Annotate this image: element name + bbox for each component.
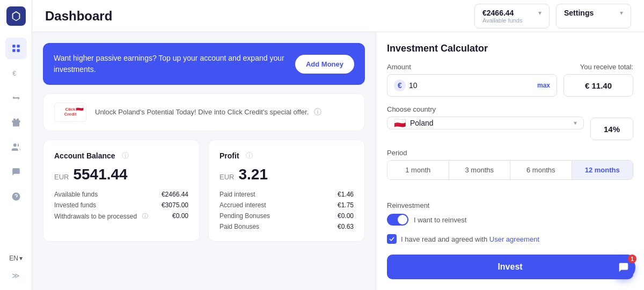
svg-rect-0 [12,45,15,47]
svg-rect-2 [12,49,15,52]
period-tab-3months[interactable]: 3 months [449,161,511,179]
user-agreement-link[interactable]: User agreement [489,235,539,243]
language-toggle[interactable]: EN ▾ [7,252,25,264]
reinvestment-section: Reinvestment I want to reinvest [387,201,633,226]
profit-info-icon: ⓘ [246,151,253,161]
period-tab-6months[interactable]: 6 months [510,161,572,179]
svg-text:€: € [12,70,16,77]
cards-row: Account Balance ⓘ EUR 5541.44 Available … [43,140,365,242]
agreement-text: I have read and agreed with User agreeme… [401,235,539,243]
settings-button[interactable]: Settings ▾ [556,4,631,28]
country-flag: 🇵🇱 [394,117,406,129]
table-row: Withdrawals to be processed ⓘ €0.00 [54,212,188,220]
country-group: Choose country 🇵🇱 Poland ▾ [387,105,584,129]
table-row: Accrued interest €1.75 [219,201,354,209]
chat-bubble[interactable]: 1 [612,256,635,279]
invest-button[interactable]: Invest [387,255,633,279]
funds-chevron-icon: ▾ [538,9,541,17]
reinvest-label: I want to reinvest [414,216,466,224]
period-tabs: 1 month 3 months 6 months 12 months [387,160,633,180]
sidebar-item-transfer[interactable] [5,87,27,108]
body-layout: Want higher passive earnings? Top up you… [32,32,644,290]
click-credit-logo: ClickCredit 🇵🇱 [54,103,86,122]
euro-icon: € [394,79,406,91]
toggle-knob [398,215,407,224]
promo-banner: Want higher passive earnings? Top up you… [43,43,365,85]
sidebar-item-users[interactable] [5,136,27,158]
header: Dashboard €2466.44 ▾ Available funds Set… [32,0,644,32]
settings-chevron-icon: ▾ [620,9,623,17]
amount-input-wrapper: € max [387,74,557,97]
app-logo[interactable] [6,6,26,26]
calculator-title: Investment Calculator [387,43,633,54]
max-button[interactable]: max [537,82,550,89]
banner-text: Want higher passive earnings? Top up you… [54,53,287,75]
period-label: Period [387,149,633,157]
profit-rows: Paid interest €1.46 Accrued interest €1.… [219,191,354,230]
receive-value: € 11.40 [564,74,633,97]
svg-rect-1 [17,45,19,47]
table-row: Paid Bonuses €0.63 [219,223,354,230]
receive-group: You receive total: € 11.40 [564,63,633,97]
profit-amount: 3.21 [238,166,268,183]
reinvest-toggle[interactable] [387,214,408,226]
country-row: Choose country 🇵🇱 Poland ▾ 14% [387,105,633,140]
page-title: Dashboard [45,9,112,24]
amount-label: Amount [387,63,557,71]
amount-row: Amount € max You receive total: € 11.40 [387,63,633,97]
account-balance-card: Account Balance ⓘ EUR 5541.44 Available … [43,140,200,242]
settings-label: Settings [564,9,594,17]
account-balance-currency: EUR [54,173,69,181]
account-balance-info-icon: ⓘ [122,151,129,161]
country-label: Choose country [387,105,584,113]
sidebar-item-chat[interactable] [5,161,27,183]
account-balance-header: Account Balance ⓘ [54,151,188,161]
period-tab-12months[interactable]: 12 months [572,161,633,179]
left-panel: Want higher passive earnings? Top up you… [32,32,376,290]
available-funds-value: €2466.44 [482,9,514,17]
calculator-panel: Investment Calculator Amount € max You r… [376,32,644,290]
account-balance-rows: Available funds €2466.44 Invested funds … [54,191,188,220]
available-funds-button[interactable]: €2466.44 ▾ Available funds [474,4,550,28]
table-row: Paid interest €1.46 [219,191,354,198]
svg-rect-3 [17,49,19,52]
table-row: Invested funds €3075.00 [54,201,188,209]
amount-input[interactable] [409,81,537,90]
country-name: Poland [410,119,574,127]
sidebar-item-help[interactable] [5,186,27,207]
percent-display: 14% [590,118,633,140]
sidebar-item-currency[interactable]: € [5,62,27,84]
reinvest-row: I want to reinvest [387,214,633,226]
click-credit-card: ClickCredit 🇵🇱 Unlock Poland's Potential… [43,93,365,131]
period-tab-1month[interactable]: 1 month [387,161,449,179]
table-row: Pending Bonuses €0.00 [219,212,354,220]
period-group: Period 1 month 3 months 6 months 12 mont… [387,149,633,193]
profit-card: Profit ⓘ EUR 3.21 Paid interest €1.46 A [208,140,365,242]
country-select[interactable]: 🇵🇱 Poland ▾ [387,117,584,129]
available-funds-label: Available funds [482,17,522,24]
sidebar-item-gift[interactable] [5,112,27,133]
sidebar: € EN ▾ ≫ [0,0,32,290]
account-balance-amount: 5541.44 [73,166,127,183]
receive-label: You receive total: [564,63,633,71]
agreement-row: I have read and agreed with User agreeme… [387,234,633,244]
main-content: Dashboard €2466.44 ▾ Available funds Set… [32,0,644,290]
add-money-button[interactable]: Add Money [295,55,354,74]
profit-header: Profit ⓘ [219,151,354,161]
click-credit-info-icon: ⓘ [314,107,321,116]
agreement-checkbox[interactable] [387,234,397,244]
reinvestment-label: Reinvestment [387,201,633,209]
chat-badge: 1 [628,255,636,263]
profit-currency: EUR [219,173,234,181]
withdrawals-info-icon: ⓘ [142,212,148,220]
table-row: Available funds €2466.44 [54,191,188,198]
country-chevron-icon: ▾ [574,119,577,127]
sidebar-item-dashboard[interactable] [5,38,27,59]
click-credit-text: Unlock Poland's Potential Today! Dive in… [95,107,321,117]
amount-group: Amount € max [387,63,557,97]
header-actions: €2466.44 ▾ Available funds Settings ▾ [474,4,631,28]
sidebar-expand-button[interactable]: ≫ [8,267,24,284]
